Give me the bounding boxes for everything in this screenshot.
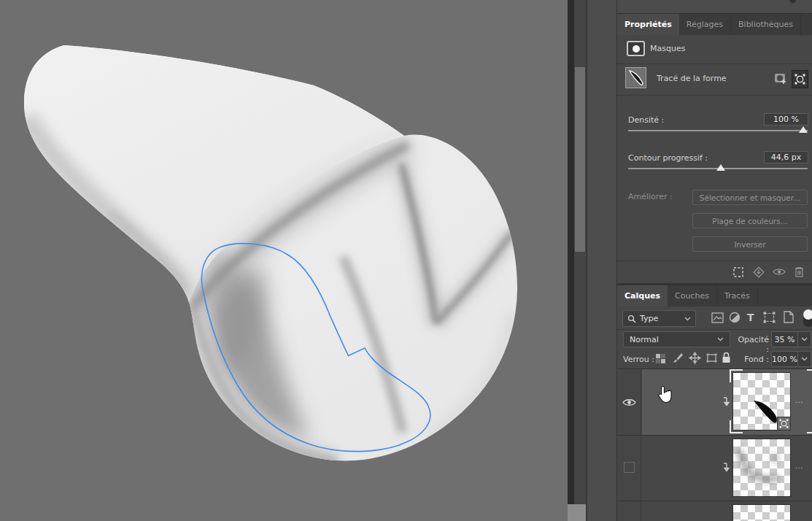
fill-dropdown-chevron[interactable]: [798, 351, 811, 367]
fond-label: Fond :: [740, 355, 769, 364]
blend-mode-dropdown[interactable]: Normal: [623, 331, 730, 347]
opacity-dropdown-chevron[interactable]: [798, 331, 811, 347]
eye-icon: [622, 398, 636, 407]
chevron-down-icon: [717, 337, 724, 341]
layer3-mask-thumbnail[interactable]: [732, 504, 791, 521]
layer-row-3[interactable]: [617, 501, 812, 521]
layer1-name[interactable]: ...: [795, 395, 803, 405]
tab-bibliotheques[interactable]: Bibliothèques: [731, 14, 801, 35]
inverser-button[interactable]: Inverser: [692, 236, 808, 252]
document-canvas[interactable]: [0, 0, 568, 521]
masques-label: Masques: [650, 44, 685, 53]
fill-value-field[interactable]: 100 %: [771, 351, 798, 367]
load-selection-icon[interactable]: [732, 266, 744, 278]
contour-slider-handle[interactable]: [716, 164, 725, 171]
filter-adjustment-layers-icon[interactable]: [729, 312, 741, 323]
opacite-label: Opacité :: [734, 335, 769, 354]
filter-text-layers-icon[interactable]: T: [747, 312, 757, 323]
trace-de-la-forme-label: Tracé de la forme: [657, 74, 727, 83]
mask-properties-icon: [627, 41, 645, 56]
contour-label: Contour progressif :: [628, 153, 708, 163]
selectionner-et-masquer-button[interactable]: Sélectionner et masquer...: [692, 190, 808, 205]
filter-toggle-switch[interactable]: [803, 309, 812, 327]
chevron-down-icon: [801, 337, 808, 341]
lock-artboard-icon[interactable]: [705, 352, 718, 363]
lock-all-padlock-icon[interactable]: [722, 352, 731, 363]
ameliorer-label: Améliorer :: [628, 192, 673, 201]
scrollbar-corner: [568, 504, 587, 521]
properties-tabbar: Propriétés Réglages Bibliothèques: [616, 13, 812, 35]
canvas-edge-band: [568, 0, 574, 521]
densite-slider[interactable]: [628, 130, 808, 131]
layer3-visibility-cell[interactable]: [617, 501, 641, 521]
densite-label: Densité :: [628, 115, 664, 125]
panel-dock-gutter: [586, 0, 616, 521]
densite-slider-handle[interactable]: [799, 126, 808, 133]
lock-transparency-icon[interactable]: [655, 353, 666, 364]
vector-mask-badge-icon: [777, 417, 791, 431]
tab-reglages[interactable]: Réglages: [679, 14, 731, 35]
clipping-mask-arrow-icon: [721, 462, 730, 473]
layers-panel-body: Type T Normal Opacité : 35 % V: [616, 306, 812, 521]
layer1-body[interactable]: ...: [642, 369, 812, 435]
mask-visibility-eye-icon[interactable]: [773, 267, 786, 277]
layers-tabbar: Calques Couches Tracés: [616, 285, 812, 306]
hand-cursor: [657, 385, 673, 406]
panel-top-strip: [616, 0, 812, 13]
tab-calques[interactable]: Calques: [617, 285, 668, 306]
layer-filter-type-dropdown[interactable]: Type: [622, 310, 696, 327]
mask-target-bracket: [807, 369, 812, 382]
lock-paint-brush-icon[interactable]: [672, 352, 684, 364]
mask-target-bracket: [807, 420, 812, 433]
densite-value-field[interactable]: 100 %: [764, 113, 808, 126]
layer1-visibility-cell[interactable]: [617, 369, 641, 435]
delete-mask-trash-icon[interactable]: [794, 266, 805, 278]
scrollbar-thumb[interactable]: [575, 67, 585, 252]
layer2-name[interactable]: ...: [795, 461, 803, 471]
opacity-value-field[interactable]: 35 %: [771, 331, 798, 347]
canvas-artwork: [0, 0, 568, 521]
visibility-checkbox-empty: [624, 462, 635, 473]
tab-couches[interactable]: Couches: [668, 285, 717, 306]
verrou-label: Verrou :: [623, 355, 654, 364]
tab-proprietes[interactable]: Propriétés: [617, 14, 679, 35]
filter-pixel-layers-icon[interactable]: [711, 312, 724, 323]
properties-panel-body: Masques Tracé de la forme Densité : 100 …: [616, 35, 812, 283]
add-mask-icon[interactable]: [774, 72, 788, 85]
filter-type-value: Type: [640, 314, 658, 323]
photoshop-window: Propriétés Réglages Bibliothèques Masque…: [0, 0, 812, 521]
tab-traces[interactable]: Tracés: [717, 285, 758, 306]
shape-path-thumbnail[interactable]: [625, 67, 646, 88]
layer-row-1[interactable]: ...: [617, 369, 812, 435]
filter-shape-layers-icon[interactable]: [763, 312, 776, 323]
chevron-down-icon: [684, 317, 691, 321]
layer2-body[interactable]: ...: [642, 436, 812, 501]
layer-row-2[interactable]: ...: [617, 436, 812, 501]
apply-mask-icon[interactable]: [752, 266, 765, 279]
layer2-visibility-cell[interactable]: [617, 436, 641, 501]
dock-handle-icon: [789, 0, 796, 3]
layer3-body[interactable]: [642, 501, 812, 521]
vector-mask-button[interactable]: [792, 70, 808, 88]
plage-de-couleurs-button[interactable]: Plage de couleurs...: [692, 213, 808, 228]
contour-value-field[interactable]: 44,6 px: [764, 151, 808, 163]
lock-position-move-icon[interactable]: [689, 352, 701, 364]
filter-smart-objects-icon[interactable]: [784, 311, 794, 323]
chevron-down-icon: [801, 357, 808, 361]
search-icon: [627, 314, 636, 323]
layer1-mask-thumbnail[interactable]: [732, 372, 791, 431]
clipping-mask-arrow-icon: [721, 396, 730, 407]
layer2-mask-thumbnail[interactable]: [732, 439, 791, 497]
